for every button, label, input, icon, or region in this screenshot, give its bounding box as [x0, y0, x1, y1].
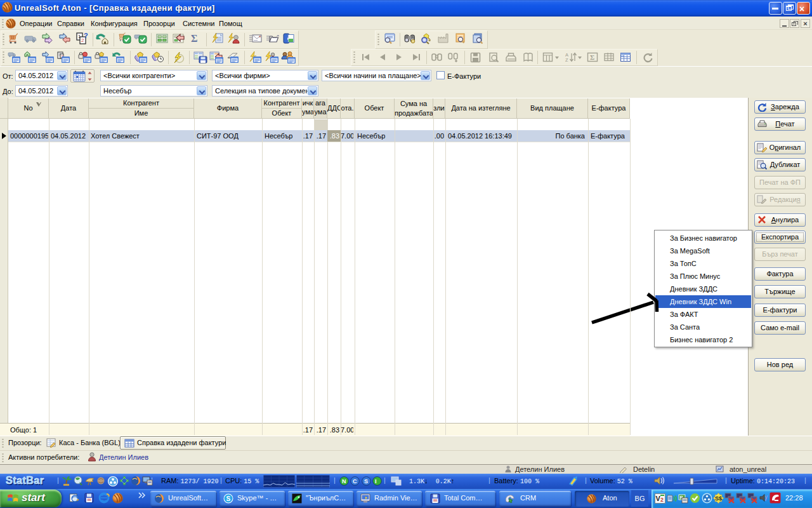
svg-text:S: S — [226, 495, 231, 502]
svg-text:I: I — [375, 478, 377, 485]
svg-text:?: ? — [84, 32, 88, 39]
svg-text:N: N — [342, 478, 346, 485]
svg-text:Z: Z — [565, 57, 568, 63]
svg-text:2: 2 — [660, 497, 664, 503]
svg-text:S: S — [364, 478, 368, 485]
svg-text:S$: S$ — [715, 495, 722, 502]
svg-text:Σ: Σ — [590, 53, 594, 61]
svg-text:Σ: Σ — [191, 33, 197, 44]
svg-text:C: C — [353, 478, 357, 485]
